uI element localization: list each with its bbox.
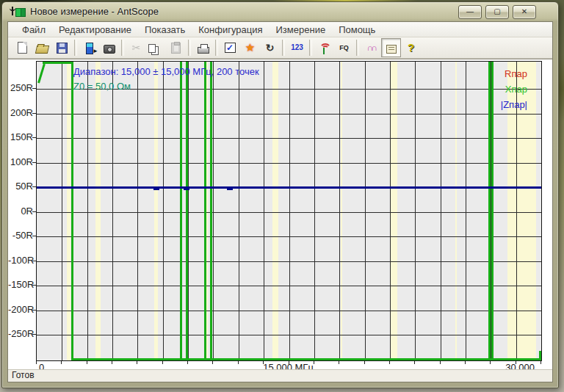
x-axis-tick xyxy=(490,361,491,364)
txt-icon: 123 xyxy=(291,42,303,54)
legend-item-2: |Zпар| xyxy=(501,97,527,112)
frequency-button[interactable]: FQ xyxy=(334,38,354,57)
x-axis-tick xyxy=(238,361,239,364)
x-axis-tick xyxy=(440,361,441,364)
x-axis-tick xyxy=(187,361,188,364)
gridline-horizontal xyxy=(37,212,541,213)
device-icon xyxy=(86,43,93,54)
ham-band xyxy=(341,62,342,360)
gridline-horizontal xyxy=(37,236,541,237)
window-title: Новое измерение - AntScope xyxy=(30,6,159,17)
menu-3[interactable]: Конфигурация xyxy=(192,23,269,37)
y-axis-label: -100R xyxy=(8,254,33,267)
plot-area[interactable]: Диапазон: 15,000 ± 15,000 МГц, 200 точек… xyxy=(36,61,542,361)
x-curve-top-run xyxy=(43,62,73,64)
gridline-horizontal xyxy=(37,286,541,286)
new-measurement-button[interactable] xyxy=(12,38,32,57)
menu-0[interactable]: Файл xyxy=(15,23,52,37)
menu-2[interactable]: Показать xyxy=(138,23,192,37)
x-axis-tick xyxy=(112,361,112,364)
x-curve-left-rise xyxy=(37,64,46,84)
y-axis-tick xyxy=(32,211,36,212)
refresh-button[interactable]: ↻ xyxy=(260,38,280,57)
chart-check-icon xyxy=(225,43,236,53)
y-axis-label: -250R xyxy=(8,327,33,341)
report-button[interactable] xyxy=(381,38,401,57)
x-curve-asymptote xyxy=(204,62,206,360)
y-axis-label: 100R xyxy=(8,156,33,169)
open-file-button[interactable] xyxy=(32,38,52,57)
save-icon xyxy=(57,43,68,54)
x-axis-tick xyxy=(36,361,37,364)
x-axis-tick xyxy=(137,361,137,364)
range-info-text: Диапазон: 15,000 ± 15,000 МГц, 200 точек xyxy=(73,66,259,77)
gridline-vertical xyxy=(137,62,138,360)
y-axis-label: 200R xyxy=(8,106,33,120)
toolbar: ✂★↻123FQ∩∩? xyxy=(8,37,552,59)
flag-icon xyxy=(386,45,397,54)
print-button[interactable] xyxy=(193,38,213,57)
y-axis-tick xyxy=(32,285,36,286)
gridline-vertical xyxy=(239,62,239,360)
chart-client-area: Диапазон: 15,000 ± 15,000 МГц, 200 точек… xyxy=(8,59,552,370)
maximize-button[interactable]: ▢ xyxy=(485,5,509,19)
menu-1[interactable]: Редактирование xyxy=(52,23,138,37)
refresh-icon: ↻ xyxy=(264,42,276,54)
gridline-horizontal xyxy=(37,261,541,262)
chart-view-button[interactable] xyxy=(220,38,240,57)
gridline-horizontal xyxy=(37,163,541,164)
gridline-horizontal xyxy=(37,335,541,335)
gridline-vertical xyxy=(163,62,164,360)
y-axis-tick xyxy=(32,162,36,163)
status-text: Готов xyxy=(12,370,35,380)
analyzer-device-button[interactable] xyxy=(79,38,99,57)
title-bar[interactable]: Новое измерение - AntScope —▢✕ xyxy=(2,2,558,21)
help-icon: ? xyxy=(405,42,417,54)
gridline-vertical xyxy=(112,62,113,360)
copy-button[interactable] xyxy=(146,38,166,57)
close-button[interactable]: ✕ xyxy=(513,5,536,19)
z0-info-text: Z0 = 50,0 Ом xyxy=(73,81,131,92)
ham-band xyxy=(455,62,457,360)
app-icon xyxy=(11,6,26,17)
legend: RпарXпар|Zпар| xyxy=(501,66,527,112)
paste-button[interactable] xyxy=(166,38,186,57)
x-axis-tick xyxy=(389,361,390,364)
minimize-button[interactable]: — xyxy=(458,5,482,19)
folder-open-icon xyxy=(35,46,49,54)
snapshot-button[interactable] xyxy=(99,38,119,57)
x-curve-asymptote xyxy=(491,62,494,360)
gridline-vertical xyxy=(314,62,315,360)
x-curve-asymptote xyxy=(71,62,73,360)
help-button[interactable]: ? xyxy=(401,38,421,57)
y-axis-label: 50R xyxy=(8,180,33,193)
curves-button[interactable]: ∩∩ xyxy=(361,38,381,57)
y-axis-label: 0R xyxy=(8,205,33,218)
gridline-horizontal xyxy=(37,311,541,311)
ham-band xyxy=(95,62,101,360)
x-curve-right-rise xyxy=(539,351,541,360)
gridline-horizontal xyxy=(37,138,541,139)
numeric-view-button[interactable]: 123 xyxy=(287,38,307,57)
window-controls: —▢✕ xyxy=(458,5,536,19)
status-bar: Готов xyxy=(8,369,552,382)
y-axis-label: -200R xyxy=(8,303,33,316)
z-curve-dip xyxy=(227,189,233,190)
toolbar-separator xyxy=(188,40,191,56)
menu-5[interactable]: Помощь xyxy=(332,23,382,37)
cut-button[interactable]: ✂ xyxy=(126,38,146,57)
save-file-button[interactable] xyxy=(52,38,72,57)
y-axis-tick xyxy=(32,261,36,261)
toolbar-separator xyxy=(356,40,359,56)
menu-4[interactable]: Измерение xyxy=(270,23,333,37)
antenna-button[interactable] xyxy=(314,38,334,57)
z-curve-dip xyxy=(184,189,189,190)
y-axis-label: -150R xyxy=(8,278,33,291)
x-curve-asymptote xyxy=(180,62,182,360)
print-icon xyxy=(198,47,209,54)
gridline-vertical xyxy=(339,62,340,360)
toolbar-separator xyxy=(309,40,312,56)
x-axis-tick xyxy=(364,361,365,364)
flash-button[interactable]: ★ xyxy=(240,38,260,57)
toolbar-separator xyxy=(282,40,285,56)
